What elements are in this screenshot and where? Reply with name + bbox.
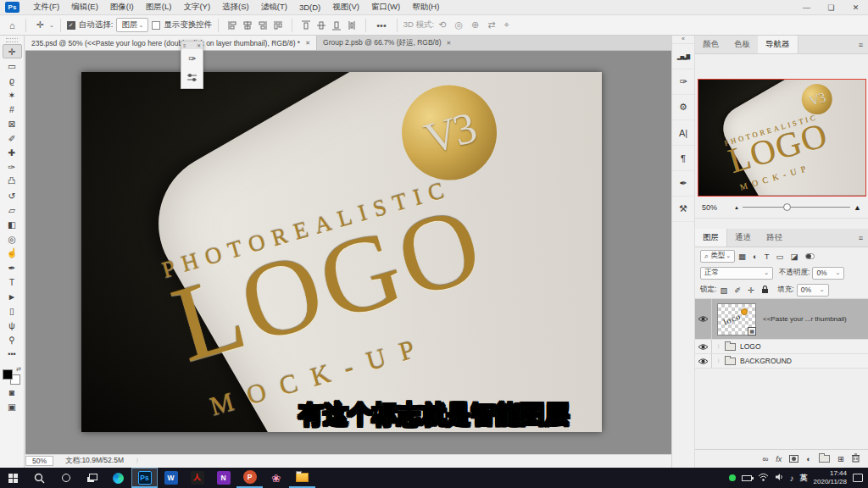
menu-select[interactable]: 选择(S)	[216, 2, 255, 13]
action-center-icon[interactable]	[853, 474, 863, 482]
menu-view[interactable]: 视图(V)	[326, 2, 365, 13]
document-tab-group2psb[interactable]: Group 2.psb @ 66.7% (好运, RGB/8) ✕	[316, 36, 457, 50]
3d-drag-icon[interactable]: ⊕	[467, 19, 483, 30]
brush-settings-icon[interactable]: ✑	[672, 69, 694, 95]
menu-help[interactable]: 帮助(H)	[406, 2, 445, 13]
task-view-icon[interactable]	[79, 468, 105, 488]
3d-scale-icon[interactable]: ⌖	[500, 19, 514, 30]
path-select-tool[interactable]: ►	[3, 289, 22, 303]
menu-3d[interactable]: 3D(D)	[293, 3, 326, 12]
gradient-tool[interactable]: ◧	[3, 217, 22, 231]
navigator-preview[interactable]: V3 PHOTOREALISTIC LOGO M O C K - U P	[698, 79, 866, 197]
lock-all-icon[interactable]	[761, 286, 769, 294]
align-top-icon[interactable]	[273, 20, 283, 30]
3d-roll-icon[interactable]: ◎	[450, 19, 467, 30]
layer-row-background-group[interactable]: 〉 BACKGROUND	[695, 354, 868, 369]
taskbar-clock[interactable]: 17:44 2020/11/28	[814, 469, 847, 485]
tab-channels[interactable]: 通道	[727, 229, 759, 247]
layer-name[interactable]: <<Paste your ...r thumbnail)	[763, 315, 847, 323]
paragraph-panel-icon[interactable]: ¶	[672, 146, 694, 171]
align-left-icon[interactable]	[227, 20, 237, 30]
magic-wand-tool[interactable]: ✶	[3, 87, 22, 102]
menu-image[interactable]: 图像(I)	[104, 2, 140, 13]
brush-panel-icon[interactable]: ✒	[672, 171, 694, 197]
slider-thumb[interactable]	[783, 203, 791, 211]
visibility-eye-icon[interactable]	[695, 299, 712, 339]
distribute-middle-icon[interactable]	[316, 20, 326, 30]
adjustment-layer-icon[interactable]: ◐	[806, 454, 811, 463]
canvas-pasteboard[interactable]: V3 PHOTOREALISTIC LOGO M O C K - U P 有这个…	[25, 51, 671, 454]
layer-thumbnail[interactable]: loco ▦	[717, 303, 756, 336]
zoom-level-field[interactable]: 50%	[25, 456, 53, 466]
crop-tool[interactable]: #	[3, 102, 22, 116]
panel-menu-icon[interactable]: ≡	[859, 41, 863, 49]
visibility-eye-icon[interactable]	[695, 340, 712, 353]
histogram-icon[interactable]: ▂▅▃▇	[672, 44, 694, 69]
new-layer-icon[interactable]: ⊞	[837, 454, 844, 463]
battery-icon[interactable]	[742, 475, 752, 481]
opacity-field[interactable]: 0% ⌄	[812, 267, 844, 280]
visibility-eye-icon[interactable]	[695, 354, 712, 368]
taskbar-acrobat-icon[interactable]: 人	[184, 468, 210, 488]
type-tool[interactable]: T	[3, 274, 22, 289]
more-options-icon[interactable]: •••	[372, 20, 391, 30]
toolbox-grip[interactable]	[6, 38, 18, 42]
layer-filter-dropdown[interactable]: ⌕ 类型 ⌄	[700, 250, 735, 263]
expand-group-icon[interactable]: 〉	[717, 343, 722, 351]
3d-rotate-icon[interactable]: ⟲	[434, 19, 450, 30]
wifi-icon[interactable]	[758, 473, 769, 483]
restore-button[interactable]: ❏	[819, 0, 843, 14]
distribute-vertical-icon[interactable]	[347, 20, 357, 30]
pixel-layer-filter-icon[interactable]: ▦	[738, 252, 746, 261]
filter-toggle-switch[interactable]	[805, 253, 815, 259]
foreground-color-swatch[interactable]	[3, 369, 13, 380]
navigator-zoom-field[interactable]: 50%	[702, 203, 731, 212]
color-swatches[interactable]: ⇄	[3, 366, 21, 385]
taskbar-onenote-icon[interactable]: N	[210, 468, 236, 488]
tab-color[interactable]: 颜色	[695, 36, 726, 53]
tab-layers[interactable]: 图层	[695, 229, 727, 247]
layer-row-smart-object[interactable]: loco ▦ <<Paste your ...r thumbnail)	[695, 299, 868, 340]
mixer-brush-icon[interactable]: ✑	[181, 49, 203, 68]
start-button[interactable]	[0, 468, 26, 488]
smart-object-filter-icon[interactable]: ◪	[791, 252, 798, 261]
taskbar-word-icon[interactable]: W	[158, 468, 184, 488]
tab-navigator[interactable]: 导航器	[758, 36, 798, 53]
type-layer-filter-icon[interactable]: T	[765, 252, 770, 261]
close-tab-icon[interactable]: ✕	[305, 40, 310, 47]
document-tab-235psd[interactable]: 235.psd @ 50% (<<Paste your logo here (d…	[25, 36, 316, 50]
close-icon[interactable]: ✕	[197, 42, 201, 48]
materials-panel-icon[interactable]: ⚒	[672, 197, 694, 222]
distribute-top-icon[interactable]	[301, 20, 311, 30]
menu-type[interactable]: 文字(Y)	[177, 2, 216, 13]
panel-menu-icon[interactable]: ≡	[859, 234, 863, 242]
move-tool[interactable]: ✛	[3, 44, 22, 58]
eyedropper-tool[interactable]: ✐	[3, 130, 22, 145]
new-group-icon[interactable]	[819, 455, 830, 463]
collapse-panels-icon[interactable]: «	[672, 36, 694, 44]
lock-paint-icon[interactable]: ✐	[734, 286, 741, 295]
status-chevron-icon[interactable]: 〉	[136, 457, 142, 465]
shape-layer-filter-icon[interactable]: ▭	[776, 252, 784, 261]
auto-select-checkbox[interactable]: ✓	[67, 21, 75, 30]
taskbar-explorer-icon[interactable]	[289, 468, 315, 488]
sliders-icon[interactable]	[181, 68, 203, 86]
document-canvas[interactable]: V3 PHOTOREALISTIC LOGO M O C K - U P	[81, 72, 602, 432]
tab-paths[interactable]: 路径	[759, 229, 790, 247]
menu-window[interactable]: 窗口(W)	[365, 2, 406, 13]
close-tab-icon[interactable]: ✕	[447, 40, 452, 47]
auto-select-dropdown[interactable]: 图层 ⌄	[116, 18, 148, 32]
zoom-tool[interactable]: ⚲	[3, 332, 22, 347]
eraser-tool[interactable]: ▱	[3, 202, 22, 217]
close-button[interactable]: ✕	[843, 0, 868, 14]
character-panel-icon[interactable]: A|	[672, 120, 694, 146]
zoom-in-icon[interactable]: ▲	[854, 203, 861, 212]
taskbar-search-icon[interactable]	[26, 468, 53, 488]
lasso-tool[interactable]: ϱ	[3, 73, 22, 87]
show-transform-checkbox[interactable]	[152, 21, 160, 30]
brush-tool[interactable]: ✑	[3, 159, 22, 174]
cortana-icon[interactable]	[53, 468, 79, 488]
taskbar-powerpoint-icon[interactable]: P	[236, 468, 263, 488]
delete-layer-icon[interactable]	[852, 453, 860, 464]
history-brush-tool[interactable]: ↺	[3, 188, 22, 202]
